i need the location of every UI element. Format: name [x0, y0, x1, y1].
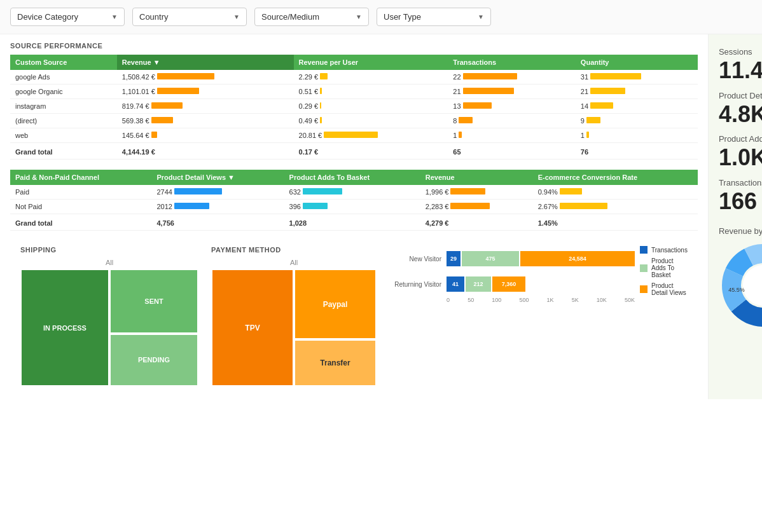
col-ch-revenue[interactable]: Revenue	[420, 170, 533, 185]
chart-legend: Transactions Product Adds To Basket Prod…	[640, 246, 688, 308]
source-medium-filter[interactable]: Source/Medium ▼	[254, 8, 369, 26]
nv-trans-val: 29	[450, 256, 457, 262]
hbar-chart-wrap: New Visitor 29 475 24,584	[389, 246, 688, 308]
shipping-sent: SENT	[109, 269, 198, 334]
source-quantity: 9	[576, 114, 698, 128]
table-row: google Ads 1,508.42 € 2.29 € 22 31	[10, 70, 698, 85]
payment-transfer: Transfer	[294, 339, 377, 386]
returning-visitor-row: Returning Visitor 41 212 7,360	[389, 276, 635, 292]
legend-pdv-box	[640, 285, 648, 293]
source-name: web	[10, 128, 117, 143]
qty-bar	[586, 132, 589, 138]
user-type-arrow: ▼	[478, 13, 484, 20]
pie-title: Revenue by City	[719, 226, 762, 236]
payment-title: PAYMENT METHOD	[211, 246, 377, 254]
user-type-filter[interactable]: User Type ▼	[377, 8, 491, 26]
col-transactions[interactable]: Transactions	[448, 55, 576, 70]
shipping-in-process: IN PROCESS	[20, 269, 109, 386]
channel-patb: 632	[284, 185, 420, 200]
source-rpu: 2.29 €	[294, 70, 448, 85]
grand-total-qty: 76	[576, 143, 698, 160]
source-performance-table: Custom Source Revenue ▼ Revenue per User…	[10, 55, 698, 160]
grand-total-rpu: 0.17 €	[294, 143, 448, 160]
payment-treemap: TPV Paypal Transfer	[211, 269, 377, 386]
legend-transactions: Transactions	[640, 246, 688, 254]
trans-bar	[463, 102, 492, 109]
source-transactions: 8	[448, 114, 576, 128]
rpu-bar	[320, 117, 322, 123]
shipping-title: SHIPPING	[20, 246, 198, 254]
ch-grand-pdv: 4,756	[151, 214, 284, 231]
source-quantity: 31	[576, 70, 698, 85]
col-revenue[interactable]: Revenue ▼	[117, 55, 294, 70]
qty-bar	[590, 73, 641, 79]
col-channel[interactable]: Paid & Non-Paid Channel	[10, 170, 151, 185]
revenue-bar	[157, 88, 199, 94]
source-transactions: 1	[448, 128, 576, 143]
device-category-filter[interactable]: Device Category ▼	[10, 8, 125, 26]
channel-ecr: 2.67%	[533, 200, 698, 214]
source-revenue: 1,101.01 €	[117, 85, 294, 99]
source-transactions: 22	[448, 70, 576, 85]
source-medium-arrow: ▼	[356, 13, 362, 20]
rv-pdv-val: 7,360	[502, 281, 516, 287]
patb-bar	[303, 203, 328, 209]
ecr-bar	[560, 203, 607, 209]
grand-total-trans: 65	[448, 143, 576, 160]
source-quantity: 14	[576, 99, 698, 114]
source-rpu: 0.51 €	[294, 85, 448, 99]
shipping-pending: PENDING	[109, 334, 198, 386]
nv-patb-bar: 475	[462, 251, 519, 266]
transactions-label: Transactions	[719, 178, 762, 188]
table-row: Paid 2744 632 1,996 € 0.94%	[10, 185, 698, 200]
nv-patb-val: 475	[485, 256, 495, 262]
main-content: SOURCE PERFORMANCE Custom Source Revenue…	[0, 34, 762, 399]
table-row: (direct) 569.38 € 0.49 € 8 9	[10, 114, 698, 128]
qty-bar	[590, 102, 613, 109]
rv-patb-val: 212	[473, 281, 483, 287]
right-panel: Sessions 11.4K Product Detail Views 4.8K…	[708, 34, 762, 399]
revenue-bar	[157, 73, 214, 79]
rv-patb-bar: 212	[466, 276, 491, 292]
source-performance-title: SOURCE PERFORMANCE	[10, 42, 698, 50]
rv-transactions-bar: 41	[447, 276, 464, 292]
source-name: google Organic	[10, 85, 117, 99]
col-patb[interactable]: Product Adds To Basket	[284, 170, 420, 185]
source-revenue: 145.64 €	[117, 128, 294, 143]
sessions-value: 11.4K	[719, 58, 762, 83]
col-quantity[interactable]: Quantity	[576, 55, 698, 70]
rpu-bar	[320, 73, 328, 79]
rpu-bar	[324, 132, 378, 138]
channel-revenue: 2,283 €	[420, 200, 533, 214]
pdv-bar	[174, 203, 209, 209]
source-revenue: 569.38 €	[117, 114, 294, 128]
col-custom-source[interactable]: Custom Source	[10, 55, 117, 70]
source-transactions: 13	[448, 99, 576, 114]
trans-bar	[459, 132, 462, 138]
channel-patb: 396	[284, 200, 420, 214]
source-quantity: 1	[576, 128, 698, 143]
revenue-bar	[151, 132, 157, 138]
country-filter[interactable]: Country ▼	[132, 8, 247, 26]
legend-pdv: Product Detail Views	[640, 282, 688, 296]
legend-patb-box	[640, 264, 648, 272]
ch-rev-bar	[450, 188, 485, 194]
source-grand-total: Grand total 4,144.19 € 0.17 € 65 76	[10, 143, 698, 160]
payment-tpv: TPV	[211, 269, 294, 386]
col-pdv[interactable]: Product Detail Views ▼	[151, 170, 284, 185]
device-category-label: Device Category	[17, 12, 78, 22]
nv-transactions-bar: 29	[447, 251, 461, 266]
table-row: web 145.64 € 20.81 € 1 1	[10, 128, 698, 143]
grand-total-label: Grand total	[10, 143, 117, 160]
col-rev-per-user[interactable]: Revenue per User	[294, 55, 448, 70]
trans-bar	[463, 88, 514, 94]
ch-grand-label: Grand total	[10, 214, 151, 231]
grand-total-revenue: 4,144.19 €	[117, 143, 294, 160]
col-ecr[interactable]: E-commerce Conversion Rate	[533, 170, 698, 185]
revenue-bar	[151, 117, 173, 123]
bar-chart-section: New Visitor 29 475 24,584	[389, 246, 688, 386]
legend-transactions-box	[640, 246, 648, 254]
table-row: Not Paid 2012 396 2,283 € 2.67%	[10, 200, 698, 214]
channel-performance-table: Paid & Non-Paid Channel Product Detail V…	[10, 170, 698, 231]
table-row: google Organic 1,101.01 € 0.51 € 21 21	[10, 85, 698, 99]
